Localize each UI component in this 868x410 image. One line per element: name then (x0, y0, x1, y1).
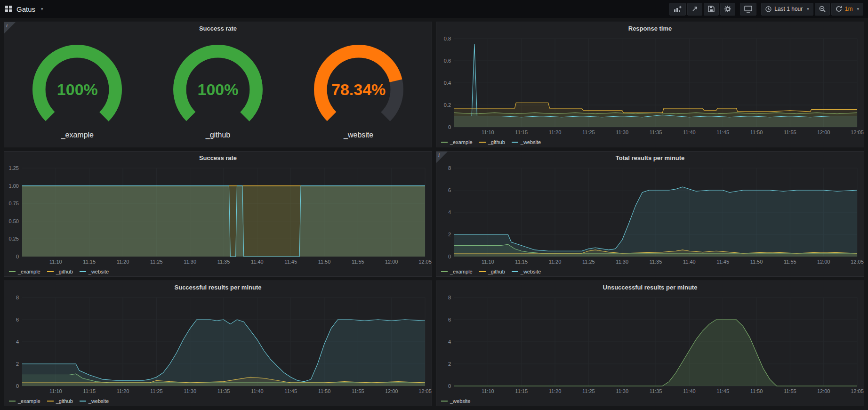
gauge-value: 78.34% (331, 80, 386, 98)
panel-title[interactable]: Unsuccessful results per minute (436, 281, 864, 293)
svg-text:11:55: 11:55 (352, 388, 364, 394)
gauge-value: 100% (57, 80, 98, 98)
svg-text:2: 2 (448, 361, 451, 367)
svg-text:12:05: 12:05 (418, 388, 432, 394)
unsuccessful-results-chart[interactable]: 0246811:1011:1511:2011:2511:3011:3511:40… (436, 293, 864, 396)
svg-text:12:05: 12:05 (851, 259, 864, 265)
time-range-label: Last 1 hour (774, 6, 803, 12)
svg-text:1.25: 1.25 (9, 165, 19, 171)
svg-text:11:55: 11:55 (784, 129, 796, 135)
svg-text:12:00: 12:00 (385, 259, 398, 265)
legend-item[interactable]: _example (9, 269, 40, 274)
dashboard-settings-button[interactable] (720, 3, 735, 16)
svg-text:1.00: 1.00 (9, 183, 19, 189)
panel-title[interactable]: Successful results per minute (4, 281, 432, 293)
svg-text:12:00: 12:00 (817, 259, 830, 265)
navbar-actions: Last 1 hour ▾ 1m ▾ (669, 3, 863, 16)
dashboard-menu[interactable]: Gatus ▾ (5, 5, 43, 13)
total-results-chart[interactable]: 0246811:1011:1511:2011:2511:3011:3511:40… (436, 163, 864, 267)
chevron-down-icon: ▾ (857, 7, 859, 11)
panel-title[interactable]: Response time (436, 22, 864, 34)
panel-info-corner[interactable]: i (436, 152, 448, 163)
svg-text:11:45: 11:45 (284, 388, 297, 394)
svg-text:2: 2 (448, 232, 451, 237)
panel-successful-results: Successful results per minute 0246811:10… (4, 281, 432, 406)
legend-item[interactable]: _website (441, 398, 470, 404)
svg-text:11:25: 11:25 (582, 388, 595, 394)
svg-text:4: 4 (448, 339, 451, 345)
legend-item[interactable]: _website (512, 269, 541, 274)
svg-text:11:25: 11:25 (582, 259, 595, 265)
svg-text:11:25: 11:25 (582, 129, 595, 135)
info-icon: i (438, 152, 440, 158)
svg-text:11:35: 11:35 (650, 388, 662, 394)
svg-text:11:50: 11:50 (318, 388, 331, 394)
success-rate-chart[interactable]: 00.250.500.751.001.2511:1011:1511:2011:2… (4, 163, 432, 267)
save-dashboard-button[interactable] (704, 3, 719, 16)
panel-info-corner[interactable]: i (4, 22, 16, 33)
chart-legend: _website (436, 396, 864, 406)
legend-item[interactable]: _example (441, 139, 473, 145)
panel-response-time: Response time 00.20.40.60.811:1011:1511:… (436, 22, 864, 147)
svg-text:11:15: 11:15 (83, 259, 96, 265)
svg-text:11:40: 11:40 (683, 259, 696, 265)
refresh-picker[interactable]: 1m ▾ (831, 3, 863, 16)
panel-title[interactable]: Total results per minute (436, 152, 864, 163)
svg-text:11:25: 11:25 (150, 388, 163, 394)
legend-item[interactable]: _example (9, 398, 40, 404)
dashboard-title: Gatus (16, 5, 35, 13)
legend-item[interactable]: _website (80, 269, 109, 274)
svg-text:6: 6 (16, 317, 19, 322)
svg-text:11:10: 11:10 (482, 259, 494, 265)
svg-text:0: 0 (16, 254, 19, 259)
panel-unsuccessful-results: Unsuccessful results per minute 0246811:… (436, 281, 864, 406)
panel-success-rate-gauges: i Success rate 100% _example 100% _git (4, 22, 432, 147)
svg-text:11:40: 11:40 (251, 388, 264, 394)
svg-text:11:10: 11:10 (482, 129, 494, 135)
zoom-out-button[interactable] (815, 3, 830, 16)
svg-text:4: 4 (16, 339, 19, 345)
svg-text:11:55: 11:55 (784, 259, 796, 265)
cycle-view-button[interactable] (740, 3, 756, 16)
save-icon (708, 6, 715, 12)
svg-text:11:10: 11:10 (482, 388, 494, 394)
legend-item[interactable]: _github (479, 139, 505, 145)
svg-text:11:55: 11:55 (352, 259, 364, 265)
svg-text:4: 4 (448, 209, 451, 215)
share-icon (691, 6, 698, 12)
svg-text:11:45: 11:45 (716, 259, 729, 265)
svg-text:11:10: 11:10 (49, 388, 62, 394)
panel-title[interactable]: Success rate (4, 22, 432, 34)
dashboard-grid: i Success rate 100% _example 100% _git (0, 18, 868, 410)
info-icon: i (6, 23, 8, 28)
svg-text:11:15: 11:15 (515, 259, 528, 265)
gauge-value: 100% (198, 80, 239, 98)
svg-text:11:50: 11:50 (750, 259, 763, 265)
svg-text:8: 8 (16, 295, 19, 300)
time-range-picker[interactable]: Last 1 hour ▾ (761, 3, 813, 16)
response-time-chart[interactable]: 00.20.40.60.811:1011:1511:2011:2511:3011… (436, 34, 864, 137)
successful-results-chart[interactable]: 0246811:1011:1511:2011:2511:3011:3511:40… (4, 293, 432, 396)
svg-text:11:40: 11:40 (251, 259, 264, 265)
svg-text:0.75: 0.75 (9, 201, 19, 206)
svg-text:11:30: 11:30 (616, 129, 628, 135)
panel-success-rate-chart: Success rate 00.250.500.751.001.2511:101… (4, 151, 432, 277)
chart-legend: _example_github_website (436, 267, 864, 276)
chevron-down-icon: ▾ (41, 7, 43, 11)
zoom-out-icon (819, 6, 826, 12)
share-dashboard-button[interactable] (687, 3, 702, 16)
legend-item[interactable]: _github (47, 398, 73, 404)
svg-text:11:35: 11:35 (217, 388, 230, 394)
legend-item[interactable]: _website (80, 398, 109, 404)
legend-item[interactable]: _website (512, 139, 541, 145)
legend-item[interactable]: _github (479, 269, 505, 274)
svg-text:11:20: 11:20 (117, 388, 129, 394)
legend-item[interactable]: _example (441, 269, 473, 274)
add-panel-button[interactable] (669, 3, 686, 16)
legend-item[interactable]: _github (47, 269, 73, 274)
gauge-label: _example (61, 131, 94, 139)
gauge-row: 100% _example 100% _github 78.34% (4, 34, 432, 147)
svg-text:11:50: 11:50 (750, 129, 763, 135)
svg-text:12:00: 12:00 (385, 388, 398, 394)
panel-title[interactable]: Success rate (4, 152, 432, 163)
